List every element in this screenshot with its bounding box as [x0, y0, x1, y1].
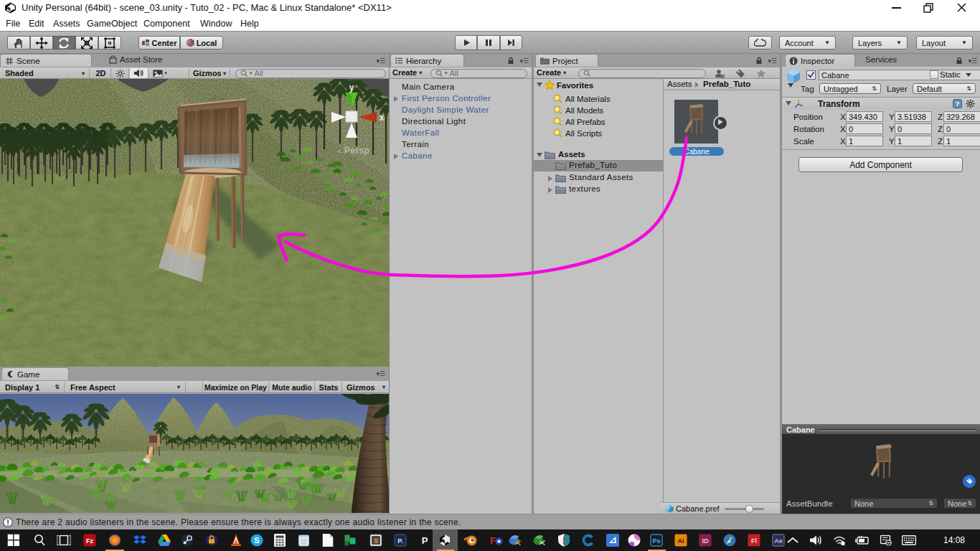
svg-text:S: S: [374, 537, 378, 545]
svg-text:y: y: [349, 83, 354, 93]
svg-text:S: S: [254, 536, 259, 545]
svg-text:F: F: [490, 535, 496, 546]
svg-text:‹ Persp: ‹ Persp: [338, 146, 369, 156]
svg-text:?: ?: [956, 100, 960, 108]
svg-text:x: x: [380, 113, 385, 123]
